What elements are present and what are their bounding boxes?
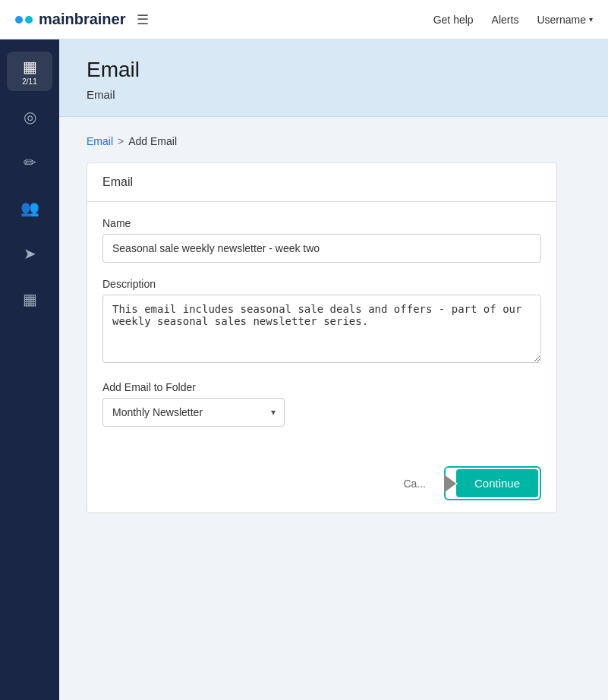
name-label: Name bbox=[102, 217, 541, 229]
logo-brainer: brainer bbox=[74, 11, 126, 27]
cancel-button[interactable]: Ca... bbox=[394, 471, 435, 496]
form-actions: Ca... Continue bbox=[87, 457, 556, 512]
breadcrumb-separator: > bbox=[118, 135, 124, 147]
logo: mainbrainer bbox=[15, 11, 126, 28]
logo-main: main bbox=[39, 11, 74, 27]
sidebar-item-users[interactable]: 👥 bbox=[7, 188, 52, 228]
form-card-body: Name Description This email includes sea… bbox=[87, 202, 556, 457]
description-textarea[interactable]: This email includes seasonal sale deals … bbox=[102, 295, 541, 363]
logo-dots bbox=[15, 16, 33, 24]
alerts-link[interactable]: Alerts bbox=[492, 14, 519, 26]
continue-arrow-indicator bbox=[447, 476, 458, 491]
logo-dot-cyan bbox=[25, 16, 33, 24]
page-title: Email bbox=[87, 58, 581, 82]
continue-highlight: Continue bbox=[444, 466, 541, 500]
sidebar-item-editor[interactable]: ✏ bbox=[7, 143, 52, 182]
folder-select-wrapper: Monthly Newsletter Weekly Newsletter Pro… bbox=[102, 398, 285, 427]
editor-icon: ✏ bbox=[24, 153, 36, 172]
page-body: Email > Add Email Email Name Description bbox=[59, 117, 608, 700]
description-form-group: Description This email includes seasonal… bbox=[102, 278, 541, 366]
send-icon: ➤ bbox=[24, 244, 36, 263]
breadcrumb-current: Add Email bbox=[128, 135, 177, 147]
logo-text: mainbrainer bbox=[39, 11, 126, 28]
dashboard-icon: ▦ bbox=[23, 58, 37, 76]
reports-icon: ▦ bbox=[23, 290, 37, 308]
folder-label: Add Email to Folder bbox=[102, 381, 541, 393]
page-header-subtitle: Email bbox=[87, 88, 581, 101]
main-layout: ▦ 2/11 ◎ ✏ 👥 ➤ ▦ Email Email Email bbox=[0, 39, 608, 700]
form-card-title: Email bbox=[87, 163, 556, 202]
sidebar-item-dashboard[interactable]: ▦ 2/11 bbox=[7, 52, 52, 91]
sidebar: ▦ 2/11 ◎ ✏ 👥 ➤ ▦ bbox=[0, 39, 59, 700]
breadcrumb: Email > Add Email bbox=[87, 135, 581, 147]
users-icon: 👥 bbox=[20, 199, 39, 217]
continue-button[interactable]: Continue bbox=[456, 469, 538, 497]
get-help-link[interactable]: Get help bbox=[433, 14, 474, 26]
folder-select[interactable]: Monthly Newsletter Weekly Newsletter Pro… bbox=[102, 398, 285, 427]
breadcrumb-email-link[interactable]: Email bbox=[87, 135, 113, 147]
page-header: Email Email bbox=[59, 39, 608, 117]
logo-dot-blue bbox=[15, 16, 23, 24]
sidebar-item-analytics[interactable]: ◎ bbox=[7, 97, 52, 137]
email-form-card: Email Name Description This email includ… bbox=[87, 162, 557, 513]
folder-form-group: Add Email to Folder Monthly Newsletter W… bbox=[102, 381, 541, 427]
hamburger-menu[interactable]: ☰ bbox=[137, 11, 149, 28]
username-label: Username bbox=[537, 14, 586, 26]
sidebar-item-send[interactable]: ➤ bbox=[7, 234, 52, 273]
username-button[interactable]: Username ▾ bbox=[537, 14, 593, 26]
description-label: Description bbox=[102, 278, 541, 290]
sidebar-item-dashboard-label: 2/11 bbox=[22, 77, 36, 86]
top-nav: mainbrainer ☰ Get help Alerts Username ▾ bbox=[0, 0, 608, 39]
name-input[interactable] bbox=[102, 234, 541, 263]
username-dropdown-arrow: ▾ bbox=[589, 15, 593, 24]
sidebar-item-reports[interactable]: ▦ bbox=[7, 279, 52, 319]
analytics-icon: ◎ bbox=[24, 108, 36, 126]
nav-right: Get help Alerts Username ▾ bbox=[433, 14, 593, 26]
content-area: Email Email Email > Add Email Email Name bbox=[59, 39, 608, 700]
name-form-group: Name bbox=[102, 217, 541, 263]
